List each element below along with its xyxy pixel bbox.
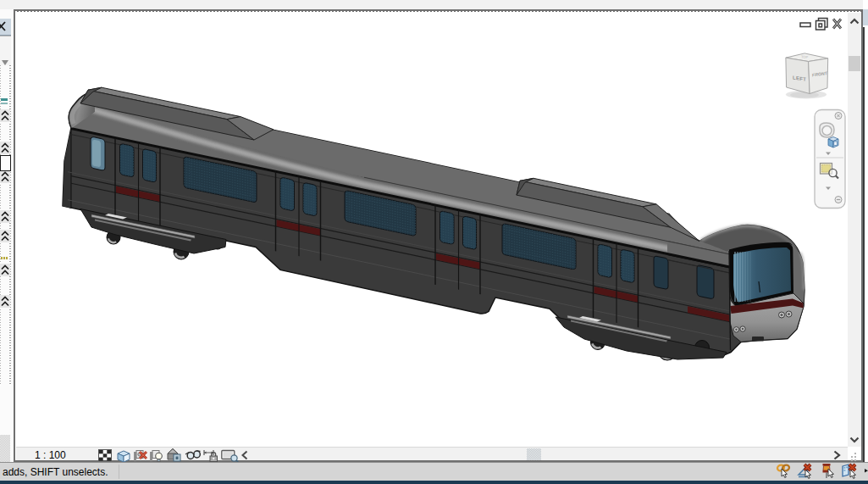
svg-text:TOP: TOP — [801, 55, 808, 59]
